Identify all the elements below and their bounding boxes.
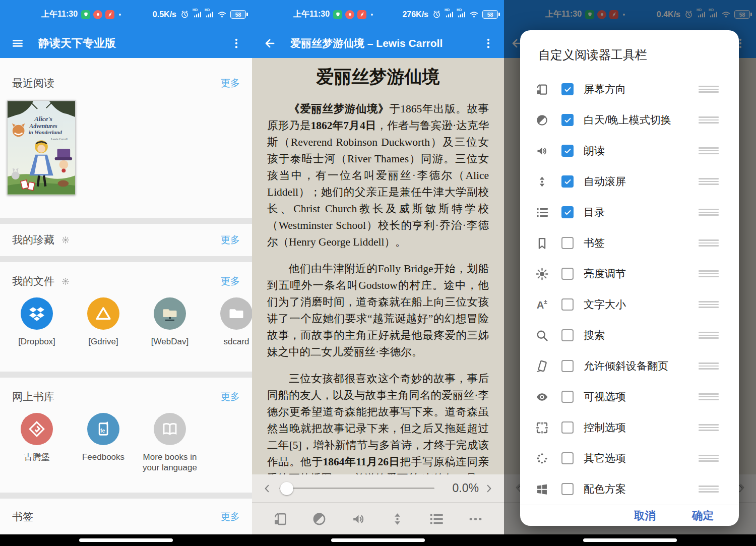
gear-icon[interactable] — [61, 236, 70, 244]
drag-handle-icon[interactable] — [699, 424, 719, 431]
checkbox[interactable] — [561, 298, 574, 311]
source-tile[interactable]: [Gdrive] — [70, 297, 137, 347]
toolbar-option-label: 可视选项 — [584, 390, 699, 404]
source-tile[interactable]: [Dropbox] — [4, 297, 70, 347]
signal-hd-icon: HD — [445, 10, 454, 19]
toolbar-option-label: 配色方案 — [584, 482, 699, 496]
network-speed: 276K/s — [402, 10, 428, 19]
customize-toolbar-screen: 上午11:30 0.4K/s HD HD 58 — [504, 0, 756, 546]
toolbar-option-row[interactable]: 亮度调节 — [520, 259, 739, 289]
menu-icon[interactable] — [10, 36, 25, 51]
auto-scroll-icon — [533, 175, 550, 189]
reader-page[interactable]: 爱丽丝梦游仙境 《爱丽丝梦游仙境》于1865年出版。故事原形乃是1862年7月4… — [252, 58, 504, 534]
drag-handle-icon[interactable] — [699, 301, 719, 308]
overflow-menu-icon[interactable] — [481, 36, 496, 51]
more-dots-icon[interactable] — [468, 511, 483, 527]
toolbar-option-row[interactable]: 允许倾斜设备翻页 — [520, 351, 739, 382]
chevron-right-icon[interactable] — [484, 483, 494, 494]
toolbar-option-row[interactable]: 目录 — [520, 197, 739, 228]
toolbar-option-row[interactable]: 自动滚屏 — [520, 166, 739, 197]
drag-handle-icon[interactable] — [699, 393, 719, 400]
day-night-icon[interactable] — [311, 511, 327, 527]
more-link[interactable]: 更多 — [221, 233, 240, 247]
more-link[interactable]: 更多 — [221, 275, 240, 288]
checkbox[interactable] — [561, 175, 574, 188]
source-tile[interactable]: 古腾堡 — [4, 413, 70, 473]
toolbar-option-row[interactable]: 书签 — [520, 228, 739, 259]
overflow-menu-icon[interactable] — [229, 36, 244, 51]
app-title: 静读天下专业版 — [38, 36, 116, 51]
gesture-pill[interactable] — [583, 538, 677, 542]
toolbar-option-label: 允许倾斜设备翻页 — [584, 359, 699, 373]
back-arrow-icon[interactable] — [262, 36, 277, 51]
toolbar-option-row[interactable]: 搜索 — [520, 320, 739, 351]
chevron-left-icon[interactable] — [262, 483, 272, 494]
source-tile[interactable]: [WebDav] — [137, 297, 203, 347]
toolbar-option-row[interactable]: 屏幕方向 — [520, 74, 739, 105]
toolbar-option-row[interactable]: 其它选项 — [520, 443, 739, 474]
gesture-pill[interactable] — [79, 538, 173, 542]
source-tile[interactable]: fe Feedbooks — [70, 413, 137, 473]
reader-bottom-bars: 0.0% — [252, 474, 504, 534]
toolbar-option-label: 目录 — [584, 205, 699, 219]
book-cover[interactable]: Alice's Adventures in Wonderland Lewis C… — [7, 100, 76, 195]
alarm-icon — [180, 10, 190, 19]
drag-handle-icon[interactable] — [699, 239, 719, 247]
toolbar-option-row[interactable]: 控制选项 — [520, 412, 739, 443]
toolbar-option-row[interactable]: 配色方案 — [520, 474, 739, 505]
checkbox[interactable] — [561, 452, 574, 464]
slider-knob[interactable] — [280, 482, 293, 495]
drag-handle-icon[interactable] — [699, 147, 719, 154]
checkbox[interactable] — [561, 329, 574, 341]
checkbox[interactable] — [561, 360, 574, 372]
checkbox[interactable] — [561, 206, 574, 218]
dots-scatter-icon — [533, 452, 550, 465]
toolbar-option-row[interactable]: A± 文字大小 — [520, 289, 739, 320]
progress-slider[interactable] — [279, 482, 434, 495]
speaker-icon[interactable] — [351, 511, 366, 527]
gesture-nav-bar — [504, 534, 756, 546]
svg-text:Lewis Carroll: Lewis Carroll — [51, 138, 68, 141]
tile-label: [Dropbox] — [18, 336, 55, 347]
source-tile[interactable]: More books in your language — [137, 413, 203, 473]
checkbox[interactable] — [561, 483, 574, 495]
toc-list-icon[interactable] — [428, 511, 444, 527]
toolbar-option-label: 自动滚屏 — [584, 174, 699, 189]
auto-scroll-icon[interactable] — [390, 511, 405, 527]
ok-button[interactable]: 确定 — [692, 508, 714, 523]
checkbox[interactable] — [561, 421, 574, 434]
drag-handle-icon[interactable] — [699, 486, 719, 493]
toolbar-option-row[interactable]: 朗读 — [520, 136, 739, 166]
checkbox[interactable] — [561, 237, 574, 249]
svg-text:fe: fe — [100, 428, 105, 434]
shield-badge-icon — [81, 10, 90, 19]
drag-handle-icon[interactable] — [699, 209, 719, 216]
section-title: 网上书库 — [12, 390, 54, 404]
checkbox[interactable] — [561, 114, 574, 126]
checkbox[interactable] — [561, 83, 574, 95]
drag-handle-icon[interactable] — [699, 86, 719, 93]
gesture-pill[interactable] — [331, 538, 425, 542]
more-link[interactable]: 更多 — [221, 510, 240, 523]
drag-handle-icon[interactable] — [699, 332, 719, 339]
drag-handle-icon[interactable] — [699, 455, 719, 462]
toolbar-option-row[interactable]: 可视选项 — [520, 382, 739, 412]
checkbox[interactable] — [561, 391, 574, 403]
notification-dot-icon — [119, 14, 121, 16]
more-link[interactable]: 更多 — [221, 77, 240, 90]
toolbar-option-label: 其它选项 — [584, 451, 699, 465]
more-link[interactable]: 更多 — [221, 390, 240, 403]
checkbox[interactable] — [561, 268, 574, 280]
drag-handle-icon[interactable] — [699, 178, 719, 185]
rotate-screen-icon[interactable] — [273, 511, 288, 527]
control-icon — [533, 421, 550, 435]
drag-handle-icon[interactable] — [699, 270, 719, 277]
drag-handle-icon[interactable] — [699, 362, 719, 370]
gear-icon[interactable] — [61, 277, 70, 285]
cancel-button[interactable]: 取消 — [634, 508, 656, 523]
toolbar-option-row[interactable]: 白天/晚上模式切换 — [520, 105, 739, 136]
bookmark-icon — [533, 236, 550, 250]
checkbox[interactable] — [561, 145, 574, 157]
drag-handle-icon[interactable] — [699, 116, 719, 124]
source-tile[interactable]: sdcard — [203, 297, 252, 347]
